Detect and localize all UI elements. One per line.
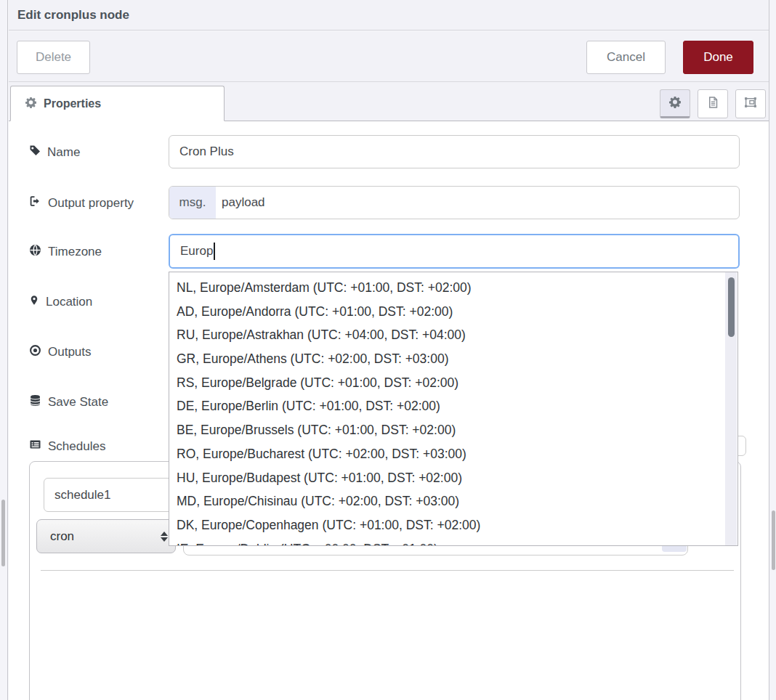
- done-button[interactable]: Done: [683, 41, 753, 74]
- timezone-option[interactable]: DK, Europe/Copenhagen (UTC: +01:00, DST:…: [169, 513, 737, 537]
- dot-circle-icon: [29, 344, 41, 360]
- appearance-view-button[interactable]: [735, 89, 766, 118]
- dialog-button-bar: Delete Cancel Done: [9, 31, 769, 82]
- left-scrollbar-thumb[interactable]: [1, 500, 5, 566]
- gear-icon: [669, 96, 682, 111]
- document-icon: [707, 96, 719, 112]
- timezone-option[interactable]: HU, Europe/Budapest (UTC: +01:00, DST: +…: [169, 466, 737, 490]
- timezone-option[interactable]: RO, Europe/Bucharest (UTC: +02:00, DST: …: [169, 442, 737, 466]
- dropdown-scrollbar-thumb[interactable]: [728, 277, 735, 337]
- sign-out-icon: [29, 195, 41, 211]
- timezone-option[interactable]: DE, Europe/Berlin (UTC: +01:00, DST: +02…: [169, 394, 737, 418]
- timezone-option[interactable]: MD, Europe/Chisinau (UTC: +02:00, DST: +…: [169, 489, 737, 513]
- schedule-type-select[interactable]: cron: [36, 519, 176, 553]
- schedules-label: Schedules: [29, 439, 105, 454]
- properties-view-button[interactable]: [660, 89, 690, 118]
- database-icon: [29, 394, 41, 410]
- text-cursor: [214, 243, 215, 260]
- output-property-input[interactable]: msg. payload: [169, 186, 740, 219]
- outputs-label: Outputs: [29, 344, 92, 360]
- dialog-header: Edit cronplus node: [9, 0, 769, 30]
- schedule-divider: [41, 570, 734, 571]
- msg-prefix[interactable]: msg.: [169, 187, 216, 219]
- right-page-gutter: [769, 0, 776, 700]
- timezone-option[interactable]: NL, Europe/Amsterdam (UTC: +01:00, DST: …: [169, 276, 737, 300]
- tab-properties-label: Properties: [44, 97, 101, 110]
- map-marker-icon: [29, 294, 39, 310]
- left-page-gutter: [0, 0, 8, 700]
- list-icon: [29, 439, 41, 454]
- description-view-button[interactable]: [698, 89, 728, 118]
- timezone-label: Timezone: [29, 244, 102, 260]
- timezone-option[interactable]: IE, Europe/Dublin (UTC: +00:00, DST: +01…: [169, 537, 737, 546]
- delete-button[interactable]: Delete: [17, 41, 90, 74]
- gear-icon: [25, 97, 37, 111]
- appearance-icon: [744, 96, 758, 112]
- output-property-label: Output property: [29, 195, 134, 211]
- dialog-title: Edit cronplus node: [17, 8, 129, 23]
- timezone-option[interactable]: RS, Europe/Belgrade (UTC: +01:00, DST: +…: [169, 371, 737, 395]
- tag-icon: [29, 145, 41, 160]
- timezone-option[interactable]: AD, Europe/Andorra (UTC: +01:00, DST: +0…: [169, 300, 737, 324]
- timezone-dropdown: NL, Europe/Amsterdam (UTC: +01:00, DST: …: [169, 272, 738, 546]
- tab-properties[interactable]: Properties: [10, 86, 225, 121]
- name-label: Name: [29, 145, 80, 160]
- timezone-option[interactable]: RU, Europe/Astrakhan (UTC: +04:00, DST: …: [169, 323, 737, 347]
- select-stepper-icon: [161, 532, 168, 542]
- timezone-input[interactable]: Europ: [169, 234, 740, 269]
- tab-bar: Properties: [9, 82, 769, 121]
- edit-cronplus-dialog: Edit cronplus node Delete Cancel Done Pr…: [0, 0, 776, 700]
- timezone-option[interactable]: GR, Europe/Athens (UTC: +02:00, DST: +03…: [169, 347, 737, 371]
- timezone-option[interactable]: BE, Europe/Brussels (UTC: +01:00, DST: +…: [169, 418, 737, 442]
- right-scrollbar-thumb[interactable]: [772, 510, 775, 570]
- name-input[interactable]: Cron Plus: [169, 135, 740, 168]
- location-label: Location: [29, 294, 92, 310]
- cancel-button[interactable]: Cancel: [586, 41, 666, 74]
- globe-icon: [29, 244, 41, 260]
- save-state-label: Save State: [29, 394, 108, 410]
